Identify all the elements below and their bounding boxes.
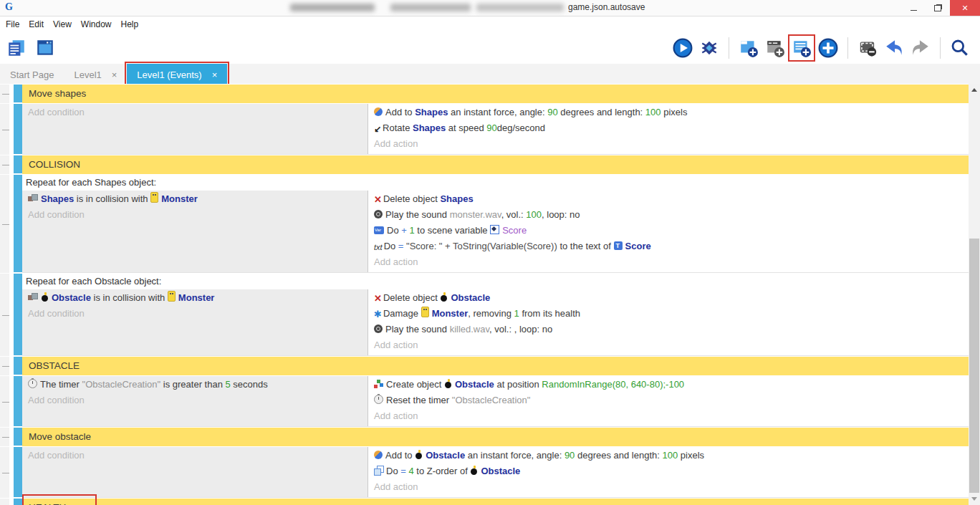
obstacle-icon <box>440 292 448 302</box>
tree-gutter <box>0 376 14 427</box>
add-scene-icon[interactable] <box>739 38 759 58</box>
event-row: Move obstacle <box>0 428 969 446</box>
events-rows: Move shapesAdd conditionAdd to Shapes an… <box>0 84 969 505</box>
action-line[interactable]: Add to Obstacle an instant force, angle:… <box>368 448 969 463</box>
search-icon[interactable] <box>950 38 970 58</box>
action-line[interactable]: ✕Delete object Obstacle <box>368 290 969 306</box>
event-handle[interactable] <box>14 85 22 102</box>
event-handle[interactable] <box>14 499 22 505</box>
text-segment: to the text of <box>557 241 614 251</box>
event-block: Repeat for each Shapes object:Shapes is … <box>22 175 969 273</box>
project-manager-icon[interactable] <box>6 38 27 58</box>
action-line[interactable]: Do + 1 to scene variable Score <box>368 223 969 239</box>
force-icon <box>374 451 383 459</box>
action-line[interactable]: ↙Rotate Shapes at speed 90deg/second <box>368 120 969 136</box>
add-condition-button[interactable]: Add condition <box>22 207 368 223</box>
tab-start-page[interactable]: Start Page <box>0 64 64 85</box>
tab-level1-events[interactable]: Level1 (Events) × <box>127 64 227 85</box>
textobj-icon <box>614 241 623 250</box>
action-line[interactable]: Add to Shapes an instant force, angle: 9… <box>368 105 969 120</box>
action-line[interactable]: Create object Obstacle at position Rando… <box>368 377 969 393</box>
tab-close-icon[interactable]: × <box>112 69 117 80</box>
action-line[interactable]: txtDo = "Score: " + ToString(Variable(Sc… <box>368 239 969 254</box>
group-header[interactable]: HEALTH <box>22 499 969 505</box>
event-handle[interactable] <box>14 357 22 375</box>
text-segment: from its health <box>519 308 580 319</box>
event-handle[interactable] <box>14 155 22 173</box>
text-segment: Shapes <box>413 122 446 133</box>
group-header[interactable]: COLLISION <box>22 155 969 174</box>
event-repeat-header[interactable]: Repeat for each Shapes object: <box>22 175 969 191</box>
text-segment: Obstacle <box>455 379 494 390</box>
action-line[interactable]: Play the sound killed.wav, vol.: , loop:… <box>368 322 969 337</box>
action-line[interactable]: Do = 4 to Z-order of Obstacle <box>368 463 969 479</box>
tree-gutter <box>0 447 14 498</box>
menu-window[interactable]: Window <box>81 19 119 29</box>
event-handle[interactable] <box>14 104 22 154</box>
add-condition-button[interactable]: Add condition <box>22 105 368 120</box>
restore-button[interactable] <box>926 0 950 16</box>
remove-frame-icon[interactable] <box>858 38 878 58</box>
event-handle[interactable] <box>14 447 22 497</box>
action-line[interactable]: ✱Damage Monster, removing 1 from its hea… <box>368 306 969 322</box>
menu-view[interactable]: View <box>53 19 79 29</box>
add-action-button[interactable]: Add action <box>368 254 969 270</box>
text-segment: Obstacle <box>481 466 520 476</box>
obstacle-icon <box>41 292 49 302</box>
scroll-down-arrow-icon[interactable] <box>969 493 980 505</box>
add-events-icon[interactable] <box>792 38 812 58</box>
monster-icon <box>168 291 176 302</box>
add-circle-icon[interactable] <box>818 38 838 58</box>
add-condition-button[interactable]: Add condition <box>22 306 368 322</box>
debug-bug-icon[interactable] <box>699 38 719 58</box>
add-condition-button[interactable]: Add condition <box>22 393 368 408</box>
add-action-button[interactable]: Add action <box>368 136 969 152</box>
scroll-up-arrow-icon[interactable] <box>969 84 980 96</box>
group-header[interactable]: Move obstacle <box>22 428 969 446</box>
tree-gutter <box>0 499 14 505</box>
add-action-button[interactable]: Add action <box>368 479 969 495</box>
undo-icon[interactable] <box>884 38 904 58</box>
event-handle[interactable] <box>14 376 22 426</box>
text-segment: Monster <box>178 292 215 303</box>
text-segment: Add to <box>385 107 415 117</box>
event-handle[interactable] <box>14 175 22 272</box>
text-segment: 100 <box>645 107 661 117</box>
close-button[interactable] <box>950 0 980 16</box>
condition-line[interactable]: The timer "ObstacleCreation" is greater … <box>22 377 368 393</box>
group-header[interactable]: OBSTACLE <box>22 357 969 375</box>
group-header[interactable]: Move shapes <box>22 85 969 103</box>
tab-close-icon[interactable]: × <box>212 69 218 80</box>
play-icon[interactable] <box>673 38 693 58</box>
redo-icon[interactable] <box>911 38 931 58</box>
text-segment: , vol.: <box>501 209 527 220</box>
text-segment: Obstacle <box>426 450 465 461</box>
action-line[interactable]: Play the sound monster.wav, vol.: 100, l… <box>368 207 969 223</box>
action-line[interactable]: Reset the timer "ObstacleCreation" <box>368 393 969 408</box>
menu-edit[interactable]: Edit <box>29 19 51 29</box>
vertical-scrollbar[interactable] <box>969 84 980 505</box>
group-label: COLLISION <box>29 159 80 170</box>
tab-level1[interactable]: Level1 × <box>64 64 127 85</box>
start-page-icon[interactable] <box>35 38 55 58</box>
event-handle[interactable] <box>14 428 22 446</box>
add-external-events-icon[interactable] <box>765 38 785 58</box>
minimize-button[interactable] <box>901 0 926 16</box>
text-segment: Rotate <box>383 122 413 133</box>
event-repeat-header[interactable]: Repeat for each Obstacle object: <box>22 274 969 289</box>
collision-icon <box>28 194 38 203</box>
menu-help[interactable]: Help <box>121 19 146 29</box>
add-condition-button[interactable]: Add condition <box>22 448 368 463</box>
event-handle[interactable] <box>14 274 22 355</box>
add-action-button[interactable]: Add action <box>368 408 969 424</box>
scrollbar-thumb[interactable] <box>969 239 979 493</box>
menu-file[interactable]: File <box>6 19 27 29</box>
event-row: The timer "ObstacleCreation" is greater … <box>0 376 969 427</box>
condition-line[interactable]: Obstacle is in collision with Monster <box>22 290 368 306</box>
action-line[interactable]: ✕Delete object Shapes <box>368 191 969 207</box>
condition-line[interactable]: Shapes is in collision with Monster <box>22 191 368 207</box>
text-segment: The timer <box>40 379 82 390</box>
add-action-button[interactable]: Add action <box>368 337 969 353</box>
tab-label: Start Page <box>10 69 54 80</box>
tree-gutter <box>0 357 14 375</box>
